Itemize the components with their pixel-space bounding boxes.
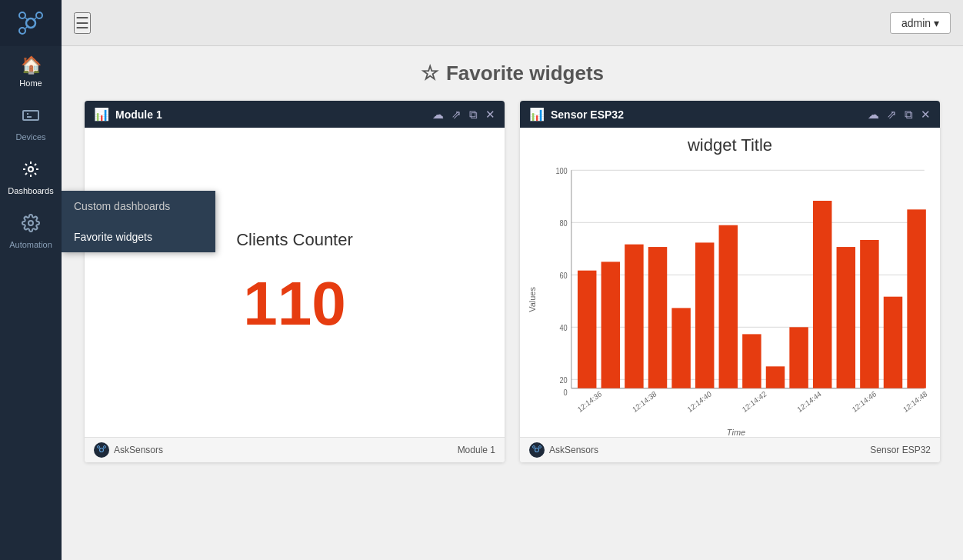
topbar: ☰ admin ▾	[62, 0, 963, 46]
svg-rect-28	[578, 271, 596, 388]
svg-rect-37	[789, 327, 808, 388]
svg-rect-34	[719, 225, 738, 388]
widget2-title: Sensor ESP32	[551, 108, 861, 121]
widgets-row: 📊 Module 1 ☁ ⇗ ⧉ ✕ Clients Counter 110	[85, 101, 940, 462]
chart-svg: 100 80 60 40 20 0	[540, 162, 932, 426]
footer-brand2: AskSensors	[529, 442, 598, 458]
copy-icon2[interactable]: ⧉	[905, 108, 913, 122]
counter-title: Clients Counter	[236, 230, 353, 250]
svg-point-1	[19, 12, 25, 18]
page-title: ☆ Favorite widgets	[85, 62, 940, 85]
svg-rect-7	[23, 111, 38, 120]
widget1-header: 📊 Module 1 ☁ ⇗ ⧉ ✕	[85, 101, 505, 128]
favorite-widgets-item[interactable]: Favorite widgets	[62, 222, 215, 252]
share-icon[interactable]: ⇗	[452, 108, 462, 122]
svg-text:12:14:44: 12:14:44	[795, 389, 823, 415]
chart-bar-icon2: 📊	[529, 107, 545, 122]
sidebar-item-automation[interactable]: Automation	[0, 205, 62, 258]
home-icon: 🏠	[21, 55, 42, 75]
admin-dropdown-button[interactable]: admin ▾	[890, 12, 951, 34]
x-axis-label: Time	[540, 428, 932, 437]
chart-area: 100 80 60 40 20 0	[540, 162, 932, 437]
widget-module1: 📊 Module 1 ☁ ⇗ ⧉ ✕ Clients Counter 110	[85, 101, 505, 462]
main-content: ☰ admin ▾ ☆ Favorite widgets 📊 Module 1 …	[62, 0, 963, 560]
widget2-icons: ☁ ⇗ ⧉ ✕	[868, 108, 931, 122]
svg-point-11	[98, 446, 100, 448]
svg-rect-32	[671, 308, 690, 388]
widget1-body: Clients Counter 110	[85, 128, 505, 437]
sidebar-item-label: Devices	[15, 132, 45, 142]
svg-text:12:14:48: 12:14:48	[901, 389, 928, 414]
svg-rect-35	[742, 334, 761, 388]
chart-title: widget Title	[528, 135, 932, 155]
close-icon[interactable]: ✕	[485, 108, 495, 122]
chart-bar-icon: 📊	[94, 107, 109, 122]
widget2-footer: AskSensors Sensor ESP32	[520, 437, 940, 462]
sidebar-item-label: Home	[19, 78, 42, 88]
hamburger-button[interactable]: ☰	[74, 12, 91, 34]
svg-rect-36	[766, 366, 785, 388]
logo	[0, 0, 62, 46]
custom-dashboards-item[interactable]: Custom dashboards	[62, 191, 215, 222]
asksensors-logo2	[529, 442, 545, 458]
widget1-footer: AskSensors Module 1	[85, 437, 505, 462]
svg-rect-42	[907, 209, 925, 388]
svg-text:80: 80	[560, 218, 568, 228]
devices-icon	[22, 106, 40, 129]
svg-rect-38	[813, 201, 831, 388]
asksensors-logo	[94, 442, 109, 458]
svg-text:12:14:38: 12:14:38	[631, 389, 658, 414]
copy-icon[interactable]: ⧉	[469, 108, 478, 122]
svg-text:0: 0	[564, 388, 568, 397]
svg-text:40: 40	[560, 323, 568, 332]
widget1-title: Module 1	[115, 108, 426, 121]
svg-text:60: 60	[560, 271, 568, 280]
sidebar-item-label: Dashboards	[8, 186, 53, 195]
widget-sensor-esp32: 📊 Sensor ESP32 ☁ ⇗ ⧉ ✕ widget Title Valu…	[520, 101, 940, 462]
svg-point-8	[28, 167, 33, 172]
svg-rect-41	[884, 297, 902, 388]
svg-rect-29	[601, 262, 620, 388]
svg-rect-40	[860, 240, 878, 388]
upload-icon[interactable]: ☁	[432, 108, 444, 122]
share-icon2[interactable]: ⇗	[887, 108, 897, 122]
svg-text:100: 100	[555, 166, 568, 175]
automation-icon	[22, 214, 40, 237]
svg-text:20: 20	[560, 375, 568, 385]
sidebar-item-label: Automation	[9, 240, 52, 249]
dashboards-icon	[22, 160, 40, 183]
svg-text:12:14:46: 12:14:46	[851, 389, 878, 414]
svg-text:12:14:40: 12:14:40	[686, 389, 714, 415]
svg-point-12	[104, 446, 106, 448]
counter-value: 110	[243, 273, 345, 335]
svg-point-9	[28, 221, 33, 225]
widget2-header: 📊 Sensor ESP32 ☁ ⇗ ⧉ ✕	[520, 101, 940, 128]
footer-brand: AskSensors	[94, 442, 163, 458]
close-icon2[interactable]: ✕	[921, 108, 931, 122]
svg-text:12:14:42: 12:14:42	[741, 389, 768, 414]
svg-text:12:14:36: 12:14:36	[576, 389, 603, 414]
svg-point-51	[533, 446, 535, 448]
svg-rect-31	[648, 247, 667, 388]
svg-rect-39	[837, 247, 855, 388]
svg-point-52	[539, 446, 541, 448]
sidebar-item-dashboards[interactable]: Dashboards	[0, 151, 62, 205]
svg-point-3	[19, 28, 25, 34]
widget1-icons: ☁ ⇗ ⧉ ✕	[432, 108, 495, 122]
y-axis-label: Values	[528, 287, 537, 312]
dashboards-dropdown: Custom dashboards Favorite widgets	[62, 191, 215, 252]
svg-rect-33	[695, 242, 714, 388]
svg-rect-30	[625, 245, 643, 388]
sidebar-item-home[interactable]: 🏠 Home	[0, 46, 62, 97]
svg-point-2	[36, 12, 42, 18]
sidebar: 🏠 Home Devices Dashboards Automation	[0, 0, 62, 560]
upload-icon2[interactable]: ☁	[868, 108, 879, 122]
star-icon: ☆	[421, 62, 438, 85]
sidebar-item-devices[interactable]: Devices	[0, 97, 62, 151]
widget2-body: widget Title Values	[520, 128, 940, 437]
chart-container: Values	[528, 162, 932, 437]
page-content: ☆ Favorite widgets 📊 Module 1 ☁ ⇗ ⧉ ✕ Cl	[62, 46, 963, 560]
